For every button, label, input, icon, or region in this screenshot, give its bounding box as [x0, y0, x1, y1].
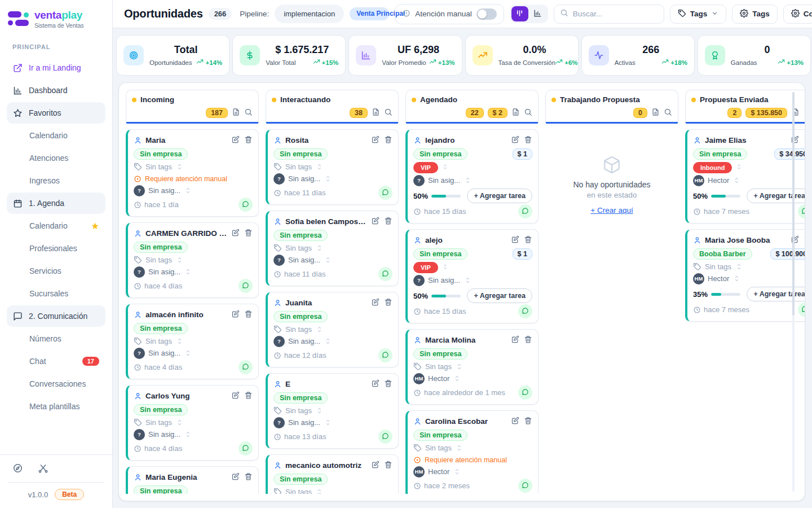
tag-sort-button[interactable] — [315, 325, 324, 334]
sidebar-item-2-comunicaci-n[interactable]: 2. Comunicación — [7, 305, 105, 327]
delete-card-button[interactable] — [524, 235, 532, 246]
chart-view-button[interactable] — [529, 6, 546, 21]
opportunity-card[interactable]: almacén infinitoSin empresaSin tags?Sin … — [126, 304, 259, 379]
delete-card-button[interactable] — [244, 310, 253, 320]
tag-sort-button[interactable] — [315, 488, 324, 494]
opportunity-card[interactable]: ESin empresaSin tags?Sin asig...hace 13 … — [266, 373, 399, 449]
sidebar-item-chat[interactable]: Chat17 — [7, 351, 105, 372]
sidebar-item-sucursales[interactable]: Sucursales — [7, 283, 105, 304]
delete-card-button[interactable] — [524, 417, 532, 427]
tags-manage-button[interactable]: Tags — [732, 5, 778, 24]
sidebar-item-atenciones[interactable]: Atenciones — [7, 147, 105, 169]
create-here-link[interactable]: + Crear aquí — [590, 206, 633, 214]
sidebar-item-n-meros[interactable]: Números — [7, 328, 105, 349]
assignee-sort-button[interactable] — [732, 176, 741, 185]
opportunity-card[interactable]: Jaime EliasSin empresa$ 34.950InboundHMH… — [685, 129, 805, 224]
column-report-button[interactable] — [232, 108, 240, 118]
edit-card-button[interactable] — [511, 135, 519, 146]
edit-card-button[interactable] — [371, 217, 379, 227]
tag-sort-button[interactable] — [735, 262, 743, 271]
tags-filter-button[interactable]: Tags — [670, 5, 727, 24]
chat-button[interactable] — [239, 279, 253, 293]
delete-card-button[interactable] — [384, 379, 392, 389]
sidebar-item-calendario[interactable]: Calendario — [7, 215, 105, 237]
delete-card-button[interactable] — [384, 217, 392, 227]
sidebar-item-profesionales[interactable]: Profesionales — [7, 238, 105, 259]
opportunity-card[interactable]: CARMEN GARRIDO HE...Sin empresaSin tags?… — [126, 222, 259, 298]
tag-sort-button[interactable] — [735, 163, 743, 172]
assignee-sort-button[interactable] — [324, 337, 332, 345]
opportunity-card[interactable]: lejandroSin empresa$ 1VIP?Sin asig...50%… — [405, 129, 539, 224]
tag-sort-button[interactable] — [315, 406, 324, 415]
sidebar-item-dashboard[interactable]: Dashboard — [7, 80, 105, 101]
chat-button[interactable] — [239, 441, 253, 456]
assignee-sort-button[interactable] — [184, 430, 192, 439]
pipeline-option-venta-principal[interactable]: Venta Principal — [350, 7, 389, 20]
opportunity-card[interactable]: JuanitaSin empresaSin tags?Sin asig...ha… — [266, 292, 399, 367]
assignee-sort-button[interactable] — [464, 276, 472, 284]
assignee-sort-button[interactable] — [453, 467, 461, 476]
delete-card-button[interactable] — [244, 229, 253, 239]
chat-button[interactable] — [798, 204, 805, 218]
assignee-sort-button[interactable] — [324, 256, 332, 264]
sidebar-item-favoritos[interactable]: Favoritos — [7, 102, 105, 124]
tag-sort-button[interactable] — [175, 163, 184, 171]
edit-card-button[interactable] — [231, 391, 240, 401]
chat-button[interactable] — [239, 198, 253, 212]
edit-card-button[interactable] — [371, 379, 379, 389]
delete-card-button[interactable] — [384, 298, 392, 308]
chat-button[interactable] — [378, 348, 392, 362]
assignee-sort-button[interactable] — [184, 186, 192, 195]
tag-sort-button[interactable] — [455, 362, 464, 371]
tag-sort-button[interactable] — [442, 263, 449, 272]
tag-sort-button[interactable] — [175, 337, 184, 345]
opportunity-card[interactable]: Marcia MolinaSin empresaSin tagsHMHector… — [405, 329, 539, 405]
assignee-sort-button[interactable] — [464, 176, 472, 185]
assignee-sort-button[interactable] — [324, 174, 332, 183]
delete-card-button[interactable] — [804, 135, 805, 146]
opportunity-card[interactable]: RositaSin empresaSin tags?Sin asig...hac… — [266, 129, 399, 205]
assignee-sort-button[interactable] — [453, 374, 461, 383]
edit-card-button[interactable] — [231, 310, 240, 320]
add-task-button[interactable]: + Agregar tarea — [467, 288, 532, 303]
tag-sort-button[interactable] — [175, 256, 184, 264]
column-report-button[interactable] — [651, 108, 660, 118]
compass-button[interactable] — [12, 463, 23, 475]
chat-button[interactable] — [518, 479, 532, 493]
opportunity-card[interactable]: Carlos YungSin empresaSin tags?Sin asig.… — [126, 385, 259, 461]
column-search-button[interactable] — [384, 108, 392, 118]
delete-card-button[interactable] — [384, 135, 392, 146]
tag-sort-button[interactable] — [442, 163, 449, 172]
sidebar-item-meta-plantillas[interactable]: Meta plantillas — [7, 396, 105, 417]
column-search-button[interactable] — [804, 108, 805, 118]
opportunity-card[interactable]: mecanico automotrizSin empresaSin tags?S… — [266, 454, 399, 494]
opportunity-card[interactable]: Maria EugeniaSin empresaSin tags?Sin asi… — [126, 466, 259, 494]
edit-card-button[interactable] — [511, 235, 519, 246]
assignee-sort-button[interactable] — [184, 349, 192, 357]
chat-button[interactable] — [798, 303, 805, 317]
config-button[interactable]: Config — [783, 5, 812, 24]
tag-sort-button[interactable] — [315, 244, 324, 252]
search-input[interactable] — [573, 10, 658, 18]
chat-button[interactable] — [518, 304, 532, 318]
tag-sort-button[interactable] — [455, 444, 464, 452]
sidebar-item-conversaciones[interactable]: Conversaciones — [7, 373, 105, 395]
column-report-button[interactable] — [511, 108, 520, 118]
column-report-button[interactable] — [372, 108, 380, 118]
pipeline-option-implementacion[interactable]: implementacion — [275, 5, 344, 23]
assignee-sort-button[interactable] — [184, 268, 192, 276]
delete-card-button[interactable] — [524, 135, 532, 146]
sidebar-item-ir-a-mi-landing[interactable]: Ir a mi Landing — [7, 57, 105, 78]
assignee-sort-button[interactable] — [324, 418, 332, 427]
delete-card-button[interactable] — [244, 472, 253, 483]
add-task-button[interactable]: + Agregar tarea — [747, 287, 805, 301]
edit-card-button[interactable] — [231, 472, 240, 483]
opportunity-card[interactable]: MariaSin empresaSin tagsRequiere atenció… — [126, 129, 259, 217]
chat-button[interactable] — [239, 360, 253, 374]
opportunity-card[interactable]: Sofia belen Campos co...Sin empresaSin t… — [266, 211, 399, 286]
scissors-button[interactable] — [38, 463, 48, 475]
assignee-sort-button[interactable] — [732, 274, 741, 283]
edit-card-button[interactable] — [371, 461, 379, 471]
tag-sort-button[interactable] — [315, 163, 324, 171]
sidebar-item-ingresos[interactable]: Ingresos — [7, 170, 105, 191]
